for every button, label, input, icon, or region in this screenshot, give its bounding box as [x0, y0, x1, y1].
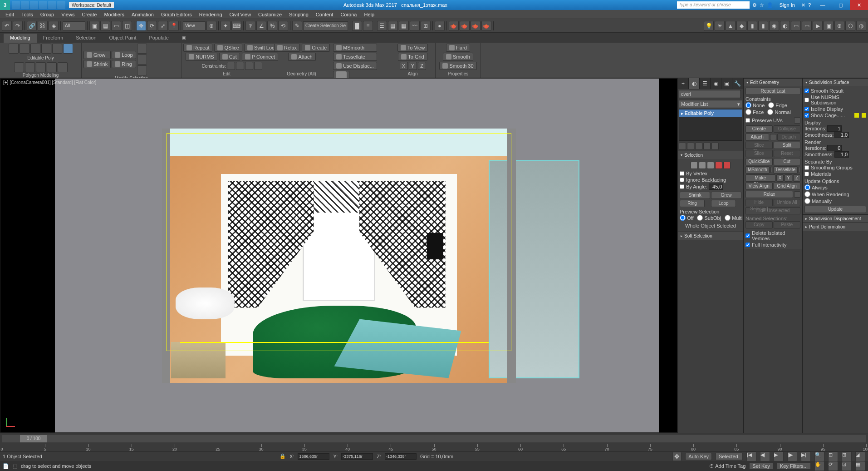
eg-makeplanar-button[interactable]: Make Planar [745, 174, 775, 182]
eg-attach-list[interactable] [770, 134, 776, 140]
window-crossing-button[interactable]: ◫ [122, 21, 132, 31]
del-iso-check[interactable] [745, 233, 750, 238]
menu-modifiers[interactable]: Modifiers [100, 11, 128, 18]
constraint-normal-button[interactable] [254, 62, 262, 70]
showcage-check[interactable] [804, 113, 809, 118]
loop-sel-button[interactable]: Loop [711, 200, 736, 207]
corona-tool-6[interactable]: ◐ [780, 21, 790, 31]
select-by-name-button[interactable]: ▤ [100, 21, 110, 31]
configure-sets-button[interactable] [711, 143, 719, 150]
nav-zoomext-button[interactable]: ⊞ [842, 451, 852, 461]
corona-tool-3[interactable]: ▮ [747, 21, 757, 31]
modifier-editable-poly[interactable]: ▸ Editable Poly [679, 109, 742, 117]
attach-button[interactable]: Attach [288, 53, 315, 61]
element-mode-button[interactable] [52, 44, 62, 54]
corona-tool-8[interactable]: ▭ [802, 21, 812, 31]
tab-create-icon[interactable]: + [678, 78, 689, 89]
curve-editor-button[interactable]: 〰 [410, 21, 420, 31]
modifier-stack[interactable]: ▸ Editable Poly [679, 109, 742, 141]
smooth30-button[interactable]: Smooth 30 [439, 62, 476, 70]
autokey-button[interactable]: Auto Key [685, 453, 712, 460]
usedisplace-button[interactable]: Use Displac... [333, 62, 377, 70]
preserve-uvs-check[interactable] [745, 118, 750, 123]
modsel-tool-3[interactable] [137, 65, 147, 75]
modsel-tool-2[interactable] [137, 55, 147, 64]
update-button[interactable]: Update [804, 206, 866, 213]
tab-modify-icon[interactable]: ◐ [689, 78, 700, 89]
communication-icon[interactable]: ⚙ [752, 2, 757, 8]
eg-relax-button[interactable]: Relax [745, 191, 793, 198]
repeat-button[interactable]: Repeat [183, 44, 212, 52]
viewport-label[interactable]: [+] [CoronaCamera001] [Standard] [Flat C… [3, 80, 96, 85]
ring-button[interactable]: Ring [112, 60, 136, 68]
play-nextkey-button[interactable]: |▶ [787, 451, 797, 461]
paint-deform-head[interactable]: Paint Deformation [803, 223, 868, 231]
select-scale-button[interactable]: ⤢ [158, 21, 168, 31]
layers-button[interactable]: ☰ [377, 21, 387, 31]
select-place-button[interactable]: 📍 [169, 21, 179, 31]
tab-hierarchy-icon[interactable]: ☰ [700, 78, 711, 89]
sep-materials-check[interactable] [804, 172, 809, 176]
play-end-button[interactable]: ▶| [801, 451, 811, 461]
play-button[interactable]: ▶ [774, 451, 784, 461]
help-search[interactable]: Type a keyword or phrase [677, 1, 750, 9]
constraint-none-radio[interactable] [745, 102, 751, 108]
sel-vertex-button[interactable] [691, 162, 698, 169]
percent-snap-button[interactable]: % [267, 21, 277, 31]
eg-viewalign-button[interactable]: View Align [745, 183, 773, 190]
select-object-button[interactable]: ▣ [89, 21, 99, 31]
keyfilters-button[interactable]: Key Filters... [777, 462, 811, 470]
constraint-face-radio[interactable] [745, 109, 751, 115]
selection-filter[interactable]: All [63, 21, 85, 30]
edit-named-sel-button[interactable]: ✎ [292, 21, 302, 31]
corona-tool-4[interactable]: ▮ [758, 21, 768, 31]
shrink-sel-button[interactable]: Shrink [680, 192, 710, 199]
menu-animation[interactable]: Animation [128, 11, 157, 18]
maxscript-icon[interactable]: ⬚ [13, 463, 17, 469]
menu-scripting[interactable]: Scripting [285, 11, 312, 18]
maximize-button[interactable]: ▢ [832, 0, 850, 10]
object-mode-button[interactable] [63, 44, 73, 54]
redo-button[interactable]: ↷ [13, 21, 23, 31]
preserve-uvs-settings[interactable] [794, 117, 800, 124]
tab-freeform[interactable]: Freeform [37, 34, 70, 43]
isoline-check[interactable] [804, 107, 809, 111]
y-coord-input[interactable] [341, 453, 373, 460]
constraint-edge-button[interactable] [236, 62, 244, 70]
nav-mintoggle-button[interactable]: ▦ [855, 461, 865, 471]
x-coord-input[interactable] [298, 453, 329, 460]
object-name-input[interactable] [679, 90, 741, 98]
link-button[interactable]: 🔗 [27, 21, 37, 31]
poly-tool-2[interactable] [25, 62, 35, 72]
preview-off-radio[interactable] [680, 215, 686, 221]
full-int-check[interactable] [745, 243, 750, 247]
select-rotate-button[interactable]: ⟳ [147, 21, 157, 31]
corona-tool-5[interactable]: ◉ [769, 21, 779, 31]
tab-display-icon[interactable]: ▣ [721, 78, 732, 89]
tab-utilities-icon[interactable]: 🔧 [732, 78, 743, 89]
sel-element-button[interactable] [723, 162, 731, 169]
by-angle-value[interactable]: 45,0 [709, 183, 723, 190]
ref-coord-system[interactable]: View [183, 21, 206, 30]
eg-tessellate-settings[interactable] [799, 167, 800, 173]
minimize-button[interactable]: — [814, 0, 832, 10]
upd-render-radio[interactable] [804, 191, 810, 197]
play-start-button[interactable]: |◀ [746, 451, 756, 461]
setkey-button[interactable]: Set Key [749, 462, 773, 470]
hard-button[interactable]: Hard [446, 44, 470, 52]
lock-icon[interactable]: 🔒 [280, 453, 286, 459]
corona-tool-10[interactable]: ▣ [824, 21, 834, 31]
smooth-result-check[interactable] [804, 89, 809, 93]
corona-tool-7[interactable]: ▭ [791, 21, 801, 31]
eg-gridalign-button[interactable]: Grid Align [774, 183, 801, 190]
pin-stack-button[interactable] [679, 143, 686, 150]
render-preset-button[interactable]: 🫖 [481, 21, 491, 31]
undo-button[interactable]: ↶ [2, 21, 12, 31]
qslice-button[interactable]: QSlice [214, 44, 242, 52]
eg-cut-button[interactable]: Cut [774, 158, 801, 165]
render-smooth-input[interactable]: 1,0 [834, 151, 849, 158]
cage-color-2[interactable] [862, 113, 866, 118]
render-button[interactable]: 🫖 [471, 21, 481, 31]
display-smooth-input[interactable]: 1,0 [834, 132, 849, 138]
menu-create[interactable]: Create [78, 11, 100, 18]
